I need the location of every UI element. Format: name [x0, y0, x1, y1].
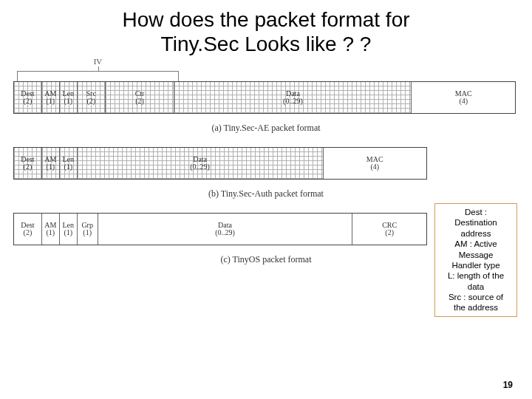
packet-field-dest: Dest(2)	[14, 82, 42, 113]
field-size: (2)	[86, 98, 95, 106]
field-size: (0..29)	[215, 229, 235, 237]
packet-field-ctr: Ctr(2)	[106, 82, 175, 113]
packet-field-data: Data(0..29)	[98, 214, 353, 245]
field-size: (0..29)	[283, 98, 303, 106]
field-size: (2)	[24, 229, 33, 237]
legend-box: Dest : Destination address AM : Active M…	[434, 203, 517, 317]
field-size: (1)	[64, 229, 72, 237]
field-size: (1)	[47, 98, 55, 106]
legend-line: data	[439, 282, 513, 292]
caption-b: (b) Tiny.Sec-Auth packet format	[9, 188, 523, 200]
slide-title: How does the packet format for Tiny.Sec …	[0, 0, 532, 61]
packet-field-mac: MAC(4)	[324, 148, 427, 179]
packet-field-src: Src(2)	[78, 82, 106, 113]
iv-label: IV	[94, 57, 103, 66]
field-size: (0..29)	[190, 163, 210, 171]
field-size: (4)	[459, 98, 468, 106]
iv-brace: IV	[17, 61, 179, 81]
field-size: (1)	[46, 229, 55, 237]
packet-field-dest: Dest(2)	[14, 214, 42, 245]
packet-field-len: Len(1)	[60, 148, 78, 179]
packet-field-am: AM(1)	[42, 82, 60, 113]
field-size: (1)	[83, 229, 92, 237]
legend-line: the address	[439, 302, 513, 313]
packet-field-mac: MAC(4)	[412, 82, 515, 113]
packet-field-crc: CRC(2)	[352, 214, 426, 245]
packet-field-data: Data(0..29)	[78, 148, 324, 179]
legend-line: AM : Active	[439, 239, 513, 249]
packet-b: Dest(2)AM(1)Len(1)Data(0..29)MAC(4)	[13, 147, 427, 180]
packet-field-len: Len(1)	[60, 214, 78, 245]
page-number: 19	[503, 380, 513, 390]
legend-line: Handler type	[439, 260, 513, 270]
packet-a: Dest(2)AM(1)Len(1)Src(2)Ctr(2)Data(0..29…	[13, 81, 516, 114]
caption-a: (a) Tiny.Sec-AE packet format	[9, 123, 523, 134]
field-size: (1)	[64, 98, 72, 106]
field-size: (1)	[46, 163, 55, 171]
packet-field-data: Data(0..29)	[174, 82, 412, 113]
field-size: (2)	[24, 163, 33, 171]
packet-c: Dest(2)AM(1)Len(1)Grp(1)Data(0..29)CRC(2…	[13, 213, 427, 245]
legend-line: Src : source of	[439, 292, 513, 302]
packet-field-len: Len(1)	[60, 82, 78, 113]
packet-field-dest: Dest(2)	[14, 148, 42, 179]
field-size: (1)	[64, 163, 72, 171]
field-size: (2)	[24, 98, 33, 106]
title-line-1: How does the packet format for	[122, 8, 409, 31]
field-size: (2)	[385, 229, 394, 237]
legend-line: address	[439, 228, 513, 239]
title-line-2: Tiny.Sec Looks like ? ?	[161, 33, 372, 55]
field-size: (2)	[135, 98, 144, 106]
packet-field-grp: Grp(1)	[78, 214, 98, 245]
legend-line: Dest :	[439, 207, 513, 217]
legend-line: L: length of the	[439, 270, 513, 281]
legend-line: Message	[439, 250, 513, 260]
legend-line: Destination	[439, 217, 513, 228]
packet-field-am: AM(1)	[42, 148, 60, 179]
packet-field-am: AM(1)	[42, 214, 60, 245]
field-size: (4)	[370, 163, 379, 171]
